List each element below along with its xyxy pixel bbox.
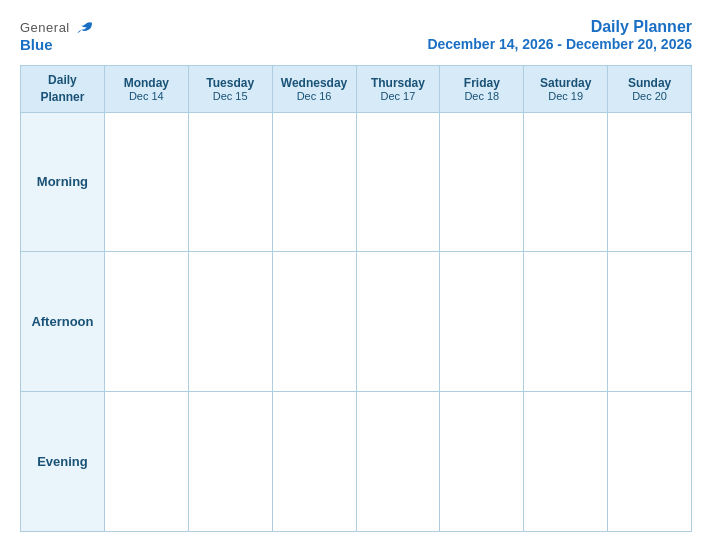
cell-tuesday-evening[interactable] — [188, 392, 272, 532]
header-cell-saturday: Saturday Dec 19 — [524, 66, 608, 113]
cell-saturday-evening[interactable] — [524, 392, 608, 532]
title-block: Daily Planner December 14, 2026 - Decemb… — [427, 18, 692, 52]
page-header: General Blue Daily Planner December 14, … — [20, 18, 692, 53]
cell-monday-morning[interactable] — [104, 112, 188, 252]
table-row-morning: Morning — [21, 112, 692, 252]
logo-text: General — [20, 18, 94, 36]
logo-blue: Blue — [20, 36, 53, 53]
header-cell-sunday: Sunday Dec 20 — [608, 66, 692, 113]
cell-wednesday-morning[interactable] — [272, 112, 356, 252]
cell-sunday-evening[interactable] — [608, 392, 692, 532]
cell-thursday-morning[interactable] — [356, 112, 440, 252]
cell-thursday-evening[interactable] — [356, 392, 440, 532]
logo-general: General — [20, 20, 70, 35]
page-title: Daily Planner — [427, 18, 692, 36]
header-cell-friday: Friday Dec 18 — [440, 66, 524, 113]
logo: General Blue — [20, 18, 94, 53]
cell-saturday-afternoon[interactable] — [524, 252, 608, 392]
cell-wednesday-evening[interactable] — [272, 392, 356, 532]
header-cell-label: DailyPlanner — [21, 66, 105, 113]
header-cell-wednesday: Wednesday Dec 16 — [272, 66, 356, 113]
row-label-morning: Morning — [21, 112, 105, 252]
header-cell-tuesday: Tuesday Dec 15 — [188, 66, 272, 113]
table-row-afternoon: Afternoon — [21, 252, 692, 392]
cell-friday-afternoon[interactable] — [440, 252, 524, 392]
cell-monday-afternoon[interactable] — [104, 252, 188, 392]
row-label-evening: Evening — [21, 392, 105, 532]
cell-monday-evening[interactable] — [104, 392, 188, 532]
cell-thursday-afternoon[interactable] — [356, 252, 440, 392]
table-row-evening: Evening — [21, 392, 692, 532]
cell-sunday-morning[interactable] — [608, 112, 692, 252]
cell-friday-morning[interactable] — [440, 112, 524, 252]
cell-wednesday-afternoon[interactable] — [272, 252, 356, 392]
table-header-row: DailyPlanner Monday Dec 14 Tuesday Dec 1… — [21, 66, 692, 113]
bird-icon — [76, 21, 94, 35]
header-cell-monday: Monday Dec 14 — [104, 66, 188, 113]
header-cell-thursday: Thursday Dec 17 — [356, 66, 440, 113]
planner-table: DailyPlanner Monday Dec 14 Tuesday Dec 1… — [20, 65, 692, 532]
row-label-afternoon: Afternoon — [21, 252, 105, 392]
cell-friday-evening[interactable] — [440, 392, 524, 532]
page-subtitle: December 14, 2026 - December 20, 2026 — [427, 36, 692, 52]
cell-saturday-morning[interactable] — [524, 112, 608, 252]
cell-sunday-afternoon[interactable] — [608, 252, 692, 392]
cell-tuesday-afternoon[interactable] — [188, 252, 272, 392]
cell-tuesday-morning[interactable] — [188, 112, 272, 252]
